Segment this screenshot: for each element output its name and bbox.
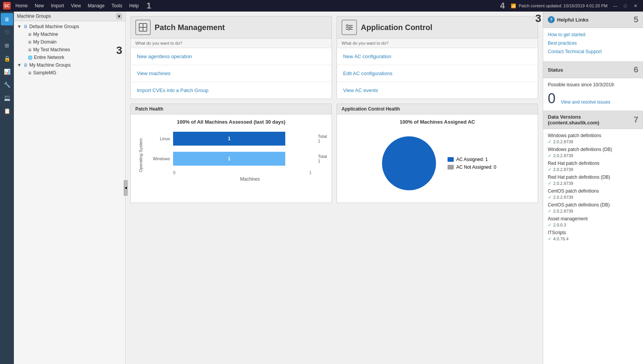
dv-version-0: ✓2.0.2.8739 bbox=[548, 139, 638, 144]
svg-rect-3 bbox=[143, 27, 147, 31]
title-bar-left: SC Home New Import View Manage Tools Hel… bbox=[3, 1, 151, 11]
maximize-button[interactable]: □ bbox=[621, 2, 630, 10]
nav-icon-chart[interactable]: 📊 bbox=[1, 65, 13, 78]
minimize-button[interactable]: — bbox=[611, 2, 620, 10]
legend-item-not-assigned: AC Not Assigned: 0 bbox=[448, 164, 496, 170]
check-icon-2: ✓ bbox=[548, 167, 552, 172]
tree-group-default[interactable]: ▼ 🖥 Default Machine Groups bbox=[14, 23, 125, 30]
dv-item-4: CentOS patch definitions✓2.0.2.8739 bbox=[548, 188, 638, 200]
legend-item-assigned: AC Assigned: 1 bbox=[448, 157, 496, 162]
application-control-title: Application Control bbox=[361, 23, 433, 32]
tree-group-my[interactable]: ▼ 🖥 My Machine Groups bbox=[14, 61, 125, 69]
menu-manage[interactable]: Manage bbox=[85, 2, 108, 9]
status-header: Status 6 bbox=[543, 62, 643, 78]
action-import-cves[interactable]: Import CVEs into a Patch Group bbox=[131, 82, 332, 99]
link-best-practices[interactable]: Best practices bbox=[548, 40, 638, 46]
ac-health-header: Application Control Health bbox=[337, 104, 538, 114]
nav-icon-heart[interactable]: ♡ bbox=[1, 26, 13, 39]
tree-label-my-test: My Test Machines bbox=[33, 47, 70, 52]
step-1: 1 bbox=[146, 1, 151, 11]
data-versions-body: Windows patch definitions✓2.0.2.8739Wind… bbox=[543, 129, 643, 248]
title-bar: SC Home New Import View Manage Tools Hel… bbox=[0, 0, 643, 12]
bar-row-linux: Linux 1 Total1 bbox=[147, 132, 327, 146]
svg-point-7 bbox=[347, 25, 348, 26]
menu-home[interactable]: Home bbox=[12, 2, 31, 9]
legend-label-assigned: AC Assigned: 1 bbox=[456, 157, 488, 162]
step-7: 7 bbox=[634, 115, 638, 125]
menu-import[interactable]: Import bbox=[48, 2, 67, 9]
tree-item-sample-mg[interactable]: 🖥 SampleMG bbox=[14, 69, 125, 77]
menu-new[interactable]: New bbox=[32, 2, 47, 9]
status-title: Status bbox=[548, 67, 563, 73]
link-contact-support[interactable]: Contact Technical Support bbox=[548, 49, 638, 54]
nav-icon-clipboard[interactable]: 📋 bbox=[1, 105, 13, 117]
patch-management-subtitle: What do you want to do? bbox=[131, 39, 332, 48]
view-resolve-link[interactable]: View and resolve issues bbox=[561, 99, 611, 105]
menu-tools[interactable]: Tools bbox=[108, 2, 125, 9]
x-axis-1: 1 bbox=[309, 170, 311, 175]
patch-health-chart-title: 100% of All Machines Assessed (last 30 d… bbox=[135, 119, 327, 125]
network-icon: 🌐 bbox=[28, 55, 32, 60]
dv-item-3: Red Hat patch definitions (DB)✓2.0.2.873… bbox=[548, 174, 638, 186]
tree-item-my-domain[interactable]: 🖥 My Domain bbox=[14, 38, 125, 46]
signal-icon: 📶 bbox=[511, 3, 516, 8]
application-control-icon bbox=[342, 20, 357, 35]
tree-label-my-domain: My Domain bbox=[33, 39, 57, 45]
pie-chart-wrapper: AC Assigned: 1 AC Not Assigned: 0 bbox=[342, 129, 533, 198]
bar-chart-wrapper: Operating System Linux 1 Total1 bbox=[135, 129, 327, 182]
tree-body: 3 ▼ 🖥 Default Machine Groups 🖥 My Machin… bbox=[14, 21, 125, 364]
question-icon: ? bbox=[548, 16, 555, 23]
tree-label-my-machine: My Machine bbox=[33, 32, 58, 37]
application-control-card: Application Control What do you want to … bbox=[337, 16, 538, 99]
main-container: 🖥 ♡ ⊞ 🔒 📊 🔧 💻 📋 Machine Groups ▼ 3 ▼ 🖥 D… bbox=[0, 12, 643, 364]
right-sidebar: ? Helpful Links 5 How to get started Bes… bbox=[543, 12, 643, 364]
dv-version-text-5: 2.0.2.8739 bbox=[553, 209, 573, 213]
action-edit-ac-configs[interactable]: Edit AC configurations bbox=[337, 65, 538, 82]
tree-header-title: Machine Groups bbox=[17, 13, 51, 19]
close-button[interactable]: ✕ bbox=[631, 2, 640, 10]
action-view-ac-events[interactable]: View AC events bbox=[337, 82, 538, 99]
charts-grid: Patch Health 100% of All Machines Assess… bbox=[130, 104, 538, 203]
dv-version-6: ✓2.0.0.3 bbox=[548, 222, 638, 228]
x-axis-label: Machines bbox=[173, 176, 327, 182]
link-how-to-start[interactable]: How to get started bbox=[548, 32, 638, 37]
tree-item-my-machine[interactable]: 🖥 My Machine bbox=[14, 30, 125, 38]
legend-color-not-assigned bbox=[448, 165, 454, 169]
tree-collapse-button[interactable]: ◀ bbox=[124, 180, 128, 196]
bar-axis: 0 1 bbox=[173, 170, 327, 175]
check-icon-3: ✓ bbox=[548, 181, 552, 186]
menu-help[interactable]: Help bbox=[126, 2, 142, 9]
machine-icon-sample: 🖥 bbox=[28, 71, 32, 75]
nav-icon-vm[interactable]: 💻 bbox=[1, 92, 13, 104]
window-controls: — □ ✕ bbox=[611, 2, 640, 10]
check-icon-4: ✓ bbox=[548, 195, 552, 200]
tree-item-my-test[interactable]: 🖥 My Test Machines bbox=[14, 46, 125, 54]
expand-icon: ▼ bbox=[17, 24, 22, 29]
nav-icon-windows[interactable]: ⊞ bbox=[1, 39, 13, 52]
action-view-machines[interactable]: View machines bbox=[131, 65, 332, 82]
menu-view[interactable]: View bbox=[68, 2, 84, 9]
tree-dropdown[interactable]: ▼ bbox=[116, 13, 122, 19]
tree-item-entire-network[interactable]: 🌐 Entire Network bbox=[14, 54, 125, 61]
tree-label-sample-mg: SampleMG bbox=[33, 70, 56, 75]
bar-label-windows: Windows bbox=[147, 156, 170, 161]
bar-total-linux: Total1 bbox=[316, 134, 327, 143]
nav-icon-machine-groups[interactable]: 🖥 bbox=[1, 13, 13, 25]
patch-management-title: Patch Management bbox=[155, 23, 225, 32]
bar-container-windows: 1 bbox=[173, 152, 313, 166]
svg-rect-0 bbox=[139, 23, 143, 27]
dv-item-2: Red Hat patch definitions✓2.0.2.8739 bbox=[548, 161, 638, 172]
svg-point-10 bbox=[382, 136, 436, 190]
dv-item-0: Windows patch definitions✓2.0.2.8739 bbox=[548, 133, 638, 144]
nav-icon-tools[interactable]: 🔧 bbox=[1, 79, 13, 91]
action-new-agentless[interactable]: New agentless operation bbox=[131, 48, 332, 65]
step-6: 6 bbox=[634, 65, 638, 75]
check-icon-0: ✓ bbox=[548, 139, 552, 144]
nav-icon-lock[interactable]: 🔒 bbox=[1, 52, 13, 65]
bar-chart-area: Linux 1 Total1 Windows 1 bbox=[147, 129, 327, 169]
step-2: 3 bbox=[116, 44, 122, 57]
action-new-ac-config[interactable]: New AC configuration bbox=[337, 48, 538, 65]
patch-health-card: Patch Health 100% of All Machines Assess… bbox=[130, 104, 332, 203]
x-axis-0: 0 bbox=[173, 170, 175, 175]
pie-legend: AC Assigned: 1 AC Not Assigned: 0 bbox=[448, 157, 496, 170]
